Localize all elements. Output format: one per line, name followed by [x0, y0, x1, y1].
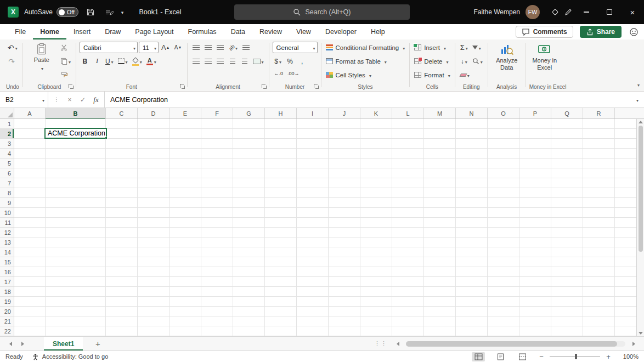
page-layout-view-button[interactable]	[494, 352, 507, 361]
row-header[interactable]: 16	[0, 267, 14, 277]
column-header[interactable]: N	[456, 108, 488, 118]
insert-cells-button[interactable]: Insert	[413, 41, 447, 54]
accounting-format-button[interactable]: $	[273, 55, 284, 67]
row-header[interactable]: 8	[0, 188, 14, 198]
undo-button[interactable]: ↶	[6, 42, 19, 53]
row-header[interactable]: 10	[0, 208, 14, 218]
row-header[interactable]: 20	[0, 307, 14, 316]
collapse-ribbon-chevron-icon[interactable]	[636, 81, 640, 88]
close-button[interactable]: ×	[621, 0, 644, 24]
ribbon-tab[interactable]: Home	[33, 24, 66, 39]
alignment-dialog-launcher[interactable]	[262, 84, 267, 89]
hscroll-right-button[interactable]	[628, 337, 640, 350]
ribbon-tab[interactable]: View	[289, 24, 318, 39]
column-header[interactable]: J	[329, 108, 360, 118]
comments-button[interactable]: Comments	[516, 26, 573, 38]
selected-cell-b2[interactable]: ACME Corporation	[44, 128, 107, 139]
normal-view-button[interactable]	[472, 352, 485, 361]
column-header[interactable]: K	[360, 108, 392, 118]
feedback-smiley-icon[interactable]	[629, 27, 639, 37]
orientation-button[interactable]: ab	[227, 42, 240, 53]
bold-button[interactable]: B	[80, 55, 91, 67]
align-middle-button[interactable]	[203, 42, 214, 53]
italic-button[interactable]: I	[92, 55, 103, 67]
maximize-button[interactable]	[598, 0, 621, 24]
merge-center-button[interactable]	[251, 55, 265, 67]
feature-badge-icon[interactable]	[549, 5, 562, 19]
font-color-button[interactable]: A	[145, 55, 158, 67]
column-header[interactable]: Q	[551, 108, 583, 118]
comma-style-button[interactable]: ,	[297, 55, 308, 67]
find-select-button[interactable]	[471, 55, 484, 67]
pen-icon[interactable]	[562, 5, 575, 19]
sheet-nav-left-button[interactable]	[4, 337, 16, 350]
zoom-out-button[interactable]: −	[538, 353, 545, 361]
clipboard-dialog-launcher[interactable]	[69, 84, 74, 89]
analyze-data-button[interactable]: Analyze Data	[492, 41, 522, 71]
fill-handle[interactable]	[105, 137, 108, 139]
row-header[interactable]: 1	[0, 119, 14, 129]
ribbon-tab[interactable]: Help	[364, 24, 392, 39]
align-bottom-button[interactable]	[215, 42, 226, 53]
increase-decimal-button[interactable]: ←.0	[273, 67, 285, 79]
column-header[interactable]: L	[392, 108, 424, 118]
save-icon[interactable]	[84, 5, 97, 19]
align-top-button[interactable]	[191, 42, 202, 53]
avatar[interactable]: FW	[526, 5, 540, 19]
paste-button[interactable]: Paste	[26, 41, 57, 72]
customize-quick-access-icon[interactable]	[103, 5, 116, 19]
font-name-select[interactable]: Calibri	[80, 42, 138, 53]
row-header[interactable]: 2	[0, 129, 14, 139]
expand-formula-bar-icon[interactable]	[635, 96, 639, 104]
scroll-down-icon[interactable]	[639, 332, 643, 335]
column-header[interactable]: B	[46, 108, 106, 118]
ribbon-tab[interactable]: Insert	[66, 24, 98, 39]
conditional-formatting-button[interactable]: Conditional Formatting	[325, 41, 406, 54]
formula-bar-grip[interactable]: ⋮	[50, 94, 63, 106]
column-header[interactable]: C	[106, 108, 138, 118]
column-header[interactable]: M	[424, 108, 456, 118]
row-header[interactable]: 11	[0, 218, 14, 228]
decrease-font-size-button[interactable]: A▼	[173, 42, 184, 53]
column-header[interactable]: O	[488, 108, 519, 118]
increase-indent-button[interactable]	[239, 55, 250, 67]
ribbon-tab[interactable]: Draw	[98, 24, 128, 39]
zoom-slider[interactable]	[550, 353, 600, 360]
copy-button[interactable]	[59, 55, 72, 67]
percent-style-button[interactable]: %	[285, 55, 296, 67]
ribbon-tab[interactable]: Formulas	[181, 24, 224, 39]
align-right-button[interactable]	[215, 55, 226, 67]
fill-color-button[interactable]	[131, 55, 144, 67]
column-header[interactable]: H	[265, 108, 297, 118]
page-break-view-button[interactable]	[516, 352, 529, 361]
ribbon-tab[interactable]: Page Layout	[128, 24, 180, 39]
number-dialog-launcher[interactable]	[314, 84, 319, 89]
increase-font-size-button[interactable]: A▲	[160, 42, 172, 53]
fill-button[interactable]: ↓	[459, 55, 470, 67]
search-box[interactable]: Search (Alt+Q)	[234, 4, 410, 20]
column-header[interactable]: P	[519, 108, 551, 118]
row-header[interactable]: 12	[0, 228, 14, 237]
row-header[interactable]: 6	[0, 168, 14, 178]
format-cells-button[interactable]: Format	[413, 69, 451, 81]
ribbon-tab[interactable]: Developer	[318, 24, 364, 39]
column-header[interactable]: D	[138, 108, 170, 118]
row-header[interactable]: 3	[0, 139, 14, 149]
ribbon-tab[interactable]: File	[8, 24, 33, 39]
align-center-button[interactable]	[203, 55, 214, 67]
column-header[interactable]: F	[201, 108, 233, 118]
name-box[interactable]: B2	[0, 92, 48, 108]
wrap-text-button[interactable]	[240, 42, 251, 53]
row-header[interactable]: 4	[0, 149, 14, 159]
font-dialog-launcher[interactable]	[180, 84, 185, 89]
row-header[interactable]: 15	[0, 257, 14, 267]
zoom-slider-thumb[interactable]	[575, 354, 577, 359]
sheet-tab-sheet1[interactable]: Sheet1	[44, 337, 83, 350]
row-header[interactable]: 19	[0, 297, 14, 307]
excel-app-icon[interactable]: X	[8, 7, 19, 18]
format-as-table-button[interactable]: Format as Table	[325, 55, 388, 67]
vertical-scrollbar[interactable]	[636, 119, 644, 336]
row-header[interactable]: 14	[0, 247, 14, 257]
horizontal-scrollbar-thumb[interactable]	[406, 341, 617, 347]
font-size-select[interactable]: 11	[139, 42, 159, 53]
